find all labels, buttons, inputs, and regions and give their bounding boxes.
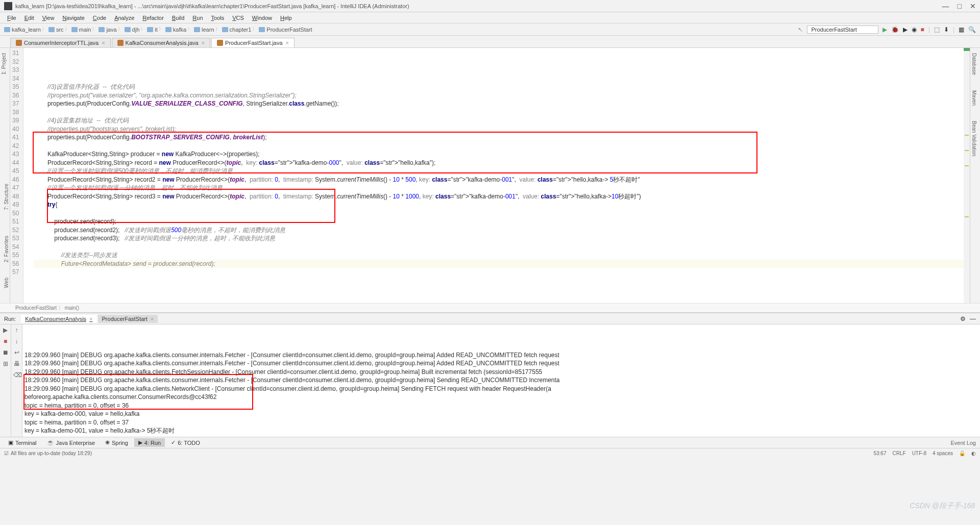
run-tab[interactable]: ProducerFastStart×	[98, 315, 158, 323]
menu-run[interactable]: Run	[189, 14, 206, 22]
code-line[interactable]	[34, 142, 962, 151]
wrap-icon[interactable]: ↩	[13, 349, 20, 356]
code-line[interactable]: //properties.put("value.serializer", "or…	[34, 91, 962, 100]
readonly-icon[interactable]: 🔓	[959, 451, 965, 456]
breadcrumb-item[interactable]: djh	[125, 26, 146, 33]
close-icon[interactable]: ×	[151, 316, 154, 322]
menu-edit[interactable]: Edit	[21, 14, 37, 22]
code-line[interactable]: properties.put(ProducerConfig.VALUE_SERI…	[34, 99, 962, 108]
project-tool-button[interactable]: 1: Project	[0, 48, 8, 80]
run-config-dropdown[interactable]: ProducerFastStart	[807, 26, 878, 34]
code-line[interactable]: //发送类型--同步发送	[34, 251, 962, 260]
line-ending[interactable]: CRLF	[893, 451, 906, 456]
menu-view[interactable]: View	[39, 14, 58, 22]
bottom-tab-terminal[interactable]: ▣Terminal	[4, 438, 41, 447]
indent[interactable]: 4 spaces	[933, 451, 953, 456]
breadcrumb-item[interactable]: kafka_learn	[4, 26, 47, 33]
menu-tools[interactable]: Tools	[208, 14, 228, 22]
code-line[interactable]: //4)设置集群地址 -- 优化代码	[34, 116, 962, 125]
code-line[interactable]: try{	[34, 201, 962, 209]
exit-icon[interactable]: ⏹	[2, 349, 9, 356]
favorites-tool-button[interactable]: 2: Favorites	[0, 231, 10, 267]
clear-icon[interactable]: ⌫	[13, 371, 20, 379]
close-icon[interactable]: ×	[202, 40, 205, 46]
minimize-button[interactable]: —	[942, 2, 949, 10]
bean-validation-tool-button[interactable]: Bean Validation	[970, 116, 978, 161]
error-stripe[interactable]	[964, 48, 970, 303]
menu-help[interactable]: Help	[277, 14, 295, 22]
bottom-tab--run[interactable]: ▶4: Run	[134, 438, 165, 447]
breadcrumb-item[interactable]: main	[71, 26, 98, 33]
code-line[interactable]	[34, 209, 962, 218]
encoding[interactable]: UTF-8	[912, 451, 926, 456]
breadcrumb-item[interactable]: chapter1	[222, 26, 258, 33]
close-button[interactable]: ✕	[970, 2, 976, 10]
breadcrumb-item[interactable]: learn	[194, 26, 220, 33]
settings-icon[interactable]: ⚙	[960, 315, 966, 322]
update-icon[interactable]: ⬇	[944, 26, 949, 33]
profile-icon[interactable]: ◉	[912, 26, 917, 33]
menu-navigate[interactable]: Navigate	[59, 14, 87, 22]
stop-icon[interactable]: ■	[921, 26, 924, 33]
code-line[interactable]: properties.put(ProducerConfig.BOOTSTRAP_…	[34, 133, 962, 142]
breadcrumb-item[interactable]: java	[99, 26, 123, 33]
menu-window[interactable]: Window	[249, 14, 275, 22]
rerun-icon[interactable]: ▶	[2, 327, 9, 334]
code-line[interactable]: ProducerRecord<String,String> record = n…	[34, 159, 962, 167]
breadcrumb-bar[interactable]: ProducerFastStart 〉 main()	[0, 303, 980, 312]
code-line[interactable]: //3)设置值序列化器 -- 优化代码	[34, 83, 962, 91]
up-icon[interactable]: ↑	[13, 327, 20, 334]
database-tool-button[interactable]: Database	[970, 48, 978, 80]
code-line[interactable]: //properties.put("bootstrap.servers", br…	[34, 125, 962, 134]
git-icon[interactable]: ⬚	[934, 26, 940, 33]
code-line[interactable]: ProducerRecord<String,String> record3 = …	[34, 192, 962, 201]
search-icon[interactable]: 🔍	[968, 26, 976, 33]
structure-icon[interactable]: ▦	[959, 26, 964, 33]
close-icon[interactable]: ×	[102, 40, 105, 46]
editor-tab[interactable]: ProducerFastStart.java×	[211, 38, 295, 47]
maximize-button[interactable]: □	[958, 2, 962, 10]
run-icon[interactable]: ▶	[883, 26, 887, 33]
inspect-icon[interactable]: ◐	[971, 451, 976, 456]
bottom-tab--todo[interactable]: ✓6: TODO	[167, 438, 204, 447]
menu-build[interactable]: Build	[169, 14, 187, 22]
code-line[interactable]: producer.send(record);	[34, 217, 962, 226]
bottom-tab-spring[interactable]: ❀Spring	[101, 438, 132, 447]
editor[interactable]: 3132333435363738394041424344454647484950…	[10, 48, 970, 303]
code-line[interactable]: Future<RecordMetadata> send = producer.s…	[34, 260, 962, 268]
menu-code[interactable]: Code	[90, 14, 109, 22]
editor-tab[interactable]: ConsumerInterceptorTTL.java×	[10, 38, 111, 47]
menu-refactor[interactable]: Refactor	[139, 14, 167, 22]
menu-analyze[interactable]: Analyze	[111, 14, 137, 22]
coverage-icon[interactable]: ▶	[903, 26, 908, 33]
code-line[interactable]: //设置一个发送时间戳倒退500毫秒的消息，不超时，能消费到此消息	[34, 167, 962, 176]
code-area[interactable]: //3)设置值序列化器 -- 优化代码 //properties.put("va…	[32, 48, 964, 303]
code-line[interactable]	[34, 108, 962, 117]
structure-tool-button[interactable]: 7: Structure	[0, 179, 10, 215]
menu-file[interactable]: File	[4, 14, 19, 22]
code-line[interactable]: //设置一个发送时间戳倒退一分钟的消息，超时，不能收到此消息	[34, 184, 962, 192]
bottom-tab-java-enterprise[interactable]: ☕Java Enterprise	[43, 438, 99, 447]
code-line[interactable]: ProducerRecord<String,String> record2 = …	[34, 176, 962, 184]
hide-icon[interactable]: —	[970, 315, 976, 322]
close-icon[interactable]: ×	[89, 316, 92, 322]
menu-vcs[interactable]: VCS	[229, 14, 247, 22]
code-line[interactable]: KafkaProducer<String,String> producer = …	[34, 150, 962, 159]
breadcrumb-item[interactable]: ProducerFastStart	[259, 27, 314, 33]
down-icon[interactable]: ↓	[13, 338, 20, 345]
event-log-button[interactable]: Event Log	[950, 440, 976, 446]
back-icon[interactable]: ↖	[798, 26, 803, 33]
editor-tab[interactable]: KafkaConsumerAnalysis.java×	[112, 38, 211, 47]
stop-icon[interactable]: ■	[2, 338, 9, 345]
web-tool-button[interactable]: Web	[0, 272, 10, 293]
code-line[interactable]	[34, 243, 962, 252]
code-line[interactable]: producer.send(record2); //发送时间戳倒退500毫秒的消…	[34, 226, 962, 235]
debug-icon[interactable]: 🐞	[891, 26, 899, 33]
layout-icon[interactable]: ⊞	[2, 360, 9, 367]
run-tab[interactable]: KafkaConsumerAnalysis×	[21, 315, 96, 323]
breadcrumb-item[interactable]: it	[147, 26, 164, 33]
print-icon[interactable]: 🖶	[13, 360, 20, 367]
code-line[interactable]: producer.send(record3); //发送时间戳倒退一分钟的消息，…	[34, 234, 962, 243]
console-output[interactable]: 18:29:09.960 [main] DEBUG org.apache.kaf…	[22, 324, 980, 437]
breadcrumb-item[interactable]: kafka	[165, 26, 193, 33]
